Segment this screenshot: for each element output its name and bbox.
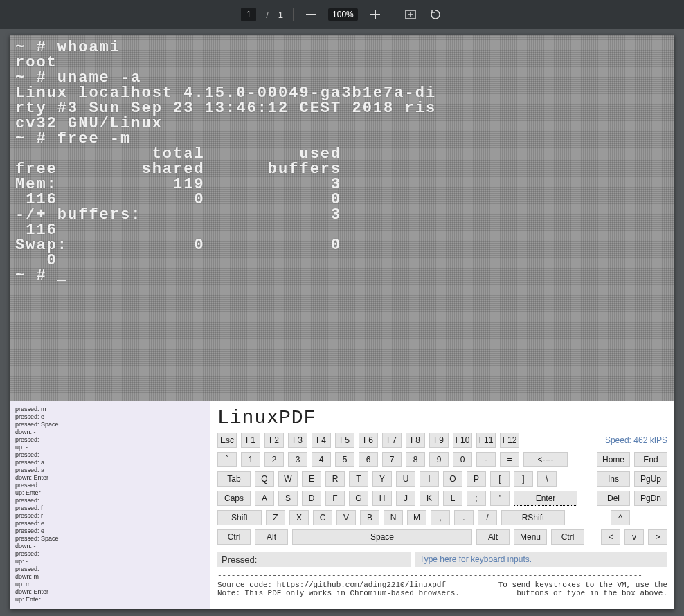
key-7[interactable]: 7	[382, 452, 402, 467]
key-enter[interactable]: Enter	[514, 491, 577, 506]
log-line: pressed: e	[15, 527, 205, 535]
key-2[interactable]: 2	[264, 452, 284, 467]
key-esc[interactable]: Esc	[217, 433, 237, 448]
key-3[interactable]: 3	[288, 452, 307, 467]
log-line: pressed: f	[15, 505, 205, 512]
key-9[interactable]: 9	[429, 452, 449, 467]
key-b[interactable]: B	[360, 510, 379, 525]
key-f[interactable]: F	[325, 491, 345, 506]
key-pgdn[interactable]: PgDn	[634, 491, 667, 506]
key-q[interactable]: Q	[255, 471, 274, 487]
log-line: down: m	[15, 573, 205, 581]
key-/[interactable]: /	[478, 510, 497, 525]
key-pgup[interactable]: PgUp	[634, 471, 667, 487]
key-8[interactable]: 8	[406, 452, 425, 467]
key-.[interactable]: .	[454, 510, 474, 525]
key-6[interactable]: 6	[359, 452, 378, 467]
key-shift[interactable]: Shift	[217, 510, 262, 525]
key-ctrl-right[interactable]: Ctrl	[551, 529, 584, 545]
pressed-display: Pressed:	[217, 552, 411, 567]
key-down[interactable]: v	[624, 529, 644, 545]
fit-page-button[interactable]	[403, 7, 418, 22]
key-f3[interactable]: F3	[288, 433, 307, 448]
key-5[interactable]: 5	[335, 452, 354, 467]
key-y[interactable]: Y	[372, 471, 392, 487]
zoom-out-button[interactable]	[303, 7, 318, 22]
key--[interactable]: -	[476, 452, 496, 467]
key-backspace[interactable]: <----	[523, 452, 568, 467]
key-j[interactable]: J	[396, 491, 415, 506]
key-f2[interactable]: F2	[264, 433, 284, 448]
zoom-level[interactable]: 100%	[328, 8, 358, 21]
key-s[interactable]: S	[278, 491, 298, 506]
key-g[interactable]: G	[349, 491, 368, 506]
key-f4[interactable]: F4	[312, 433, 331, 448]
key-n[interactable]: N	[384, 510, 403, 525]
key-f10[interactable]: F10	[453, 433, 472, 448]
key-r[interactable]: R	[325, 471, 345, 487]
key-v[interactable]: V	[336, 510, 356, 525]
note-line: Note: This PDF only works in Chromium-ba…	[217, 589, 460, 597]
key-end[interactable]: End	[634, 452, 667, 467]
key-left[interactable]: <	[601, 529, 620, 545]
key-right[interactable]: >	[648, 529, 667, 545]
key-,[interactable]: ,	[431, 510, 450, 525]
key-w[interactable]: W	[278, 471, 298, 487]
key-[[interactable]: [	[490, 471, 510, 487]
key-u[interactable]: U	[396, 471, 415, 487]
nav-del-pgdn: Del PgDn	[597, 491, 667, 506]
type-input[interactable]: Type here for keyboard inputs.	[415, 552, 667, 567]
key-home[interactable]: Home	[597, 452, 630, 467]
key-z[interactable]: Z	[266, 510, 285, 525]
key-0[interactable]: 0	[453, 452, 472, 467]
key-i[interactable]: I	[420, 471, 439, 487]
key-k[interactable]: K	[420, 491, 439, 506]
key-alt-right[interactable]: Alt	[476, 529, 510, 545]
key-f9[interactable]: F9	[429, 433, 449, 448]
key-e[interactable]: E	[302, 471, 321, 487]
key-space[interactable]: Space	[292, 529, 472, 545]
key-f1[interactable]: F1	[241, 433, 260, 448]
key-f7[interactable]: F7	[382, 433, 402, 448]
key-up[interactable]: ^	[611, 510, 630, 525]
page-current-input[interactable]: 1	[241, 8, 256, 21]
key-f5[interactable]: F5	[335, 433, 354, 448]
key-d[interactable]: D	[302, 491, 321, 506]
key-l[interactable]: L	[443, 491, 462, 506]
key-4[interactable]: 4	[312, 452, 331, 467]
key-`[interactable]: `	[217, 452, 237, 467]
key-tab[interactable]: Tab	[217, 471, 251, 487]
key-x[interactable]: X	[289, 510, 309, 525]
log-line: pressed: e	[15, 413, 205, 421]
key-1[interactable]: 1	[241, 452, 260, 467]
key-m[interactable]: M	[407, 510, 426, 525]
key-f12[interactable]: F12	[500, 433, 519, 448]
key-ctrl-left[interactable]: Ctrl	[217, 529, 251, 545]
key-h[interactable]: H	[372, 491, 392, 506]
key-del[interactable]: Del	[597, 491, 630, 506]
zoom-in-button[interactable]	[368, 7, 383, 22]
key-a[interactable]: A	[255, 491, 274, 506]
key-t[interactable]: T	[349, 471, 368, 487]
log-line: pressed:	[15, 482, 205, 489]
key-f11[interactable]: F11	[476, 433, 496, 448]
key-ins[interactable]: Ins	[597, 471, 630, 487]
key-rshift[interactable]: RShift	[501, 510, 565, 525]
key-\[interactable]: \	[537, 471, 557, 487]
toolbar-separator	[293, 8, 294, 21]
key-;[interactable]: ;	[467, 491, 486, 506]
svg-rect-0	[306, 14, 316, 15]
log-line: pressed:	[15, 451, 205, 459]
key-=[interactable]: =	[500, 452, 519, 467]
key-p[interactable]: P	[467, 471, 486, 487]
key-caps[interactable]: Caps	[217, 491, 251, 506]
rotate-button[interactable]	[428, 7, 443, 22]
key-alt-left[interactable]: Alt	[255, 529, 288, 545]
key-f8[interactable]: F8	[406, 433, 425, 448]
key-c[interactable]: C	[313, 510, 332, 525]
key-f6[interactable]: F6	[359, 433, 378, 448]
key-o[interactable]: O	[443, 471, 462, 487]
key-menu[interactable]: Menu	[514, 529, 547, 545]
key-][interactable]: ]	[514, 471, 533, 487]
key-'[interactable]: '	[490, 491, 510, 506]
